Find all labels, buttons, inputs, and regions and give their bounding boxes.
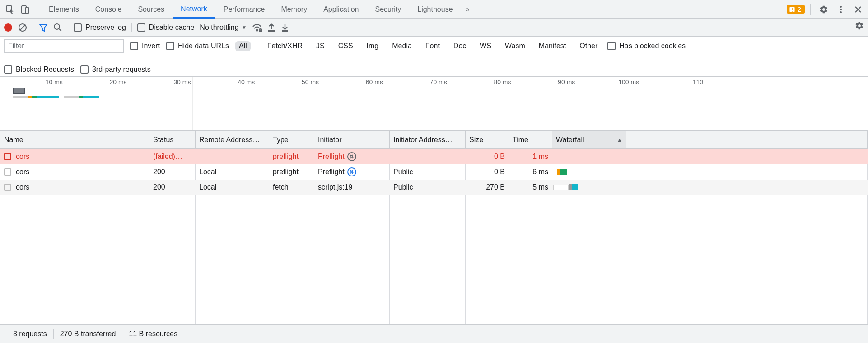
timeline-tick-label: 50 ms	[302, 79, 319, 86]
cell-initiator: Preflight ⇅	[314, 164, 390, 180]
panel-tab-container: ElementsConsoleSourcesNetworkPerformance…	[41, 0, 461, 19]
search-icon[interactable]	[53, 23, 62, 32]
type-filter-ws[interactable]: WS	[476, 41, 495, 51]
cell-name: cors	[0, 149, 149, 164]
clear-button[interactable]	[18, 23, 28, 32]
panel-tab-console[interactable]: Console	[87, 0, 130, 19]
cell-type: fetch	[269, 180, 314, 195]
svg-line-14	[59, 29, 61, 31]
cell-extra	[626, 164, 868, 180]
separator	[810, 4, 811, 15]
throttling-value: No throttling	[200, 23, 238, 32]
settings-icon[interactable]	[816, 2, 831, 17]
file-icon	[4, 184, 11, 191]
issues-badge[interactable]: 2	[787, 5, 805, 14]
column-header-time[interactable]: Time	[509, 131, 552, 148]
column-header-waterfall[interactable]: Waterfall▲	[552, 131, 626, 148]
timeline-tick: 100 ms	[641, 77, 641, 130]
column-header-initiator-address-[interactable]: Initiator Address…	[390, 131, 466, 148]
svg-rect-17	[268, 30, 275, 32]
cell-type: preflight	[269, 164, 314, 180]
type-filter-manifest[interactable]: Manifest	[535, 41, 569, 51]
timeline-tick-label: 90 ms	[558, 79, 575, 86]
kebab-menu-icon[interactable]	[833, 2, 849, 17]
column-header-remote-address-[interactable]: Remote Address…	[196, 131, 269, 148]
panel-tab-network[interactable]: Network	[173, 0, 215, 19]
disable-cache-label: Disable cache	[149, 23, 195, 32]
svg-rect-18	[282, 30, 288, 32]
panel-tab-application[interactable]: Application	[315, 0, 367, 19]
column-header-size[interactable]: Size	[466, 131, 509, 148]
type-filter-font[interactable]: Font	[422, 41, 443, 51]
has-blocked-cookies-label: Has blocked cookies	[619, 42, 686, 50]
preserve-log-checkbox[interactable]: Preserve log	[74, 23, 126, 32]
cell-status: (failed)…	[149, 149, 196, 164]
type-filter-all[interactable]: All	[235, 41, 251, 51]
status-bar: 3 requests 270 B transferred 11 B resour…	[0, 324, 868, 343]
cell-initiator: Preflight ⇅	[314, 149, 390, 164]
panel-tab-security[interactable]: Security	[367, 0, 409, 19]
type-filter-img[interactable]: Img	[363, 41, 383, 51]
svg-line-12	[20, 25, 25, 30]
column-header-name[interactable]: Name	[0, 131, 149, 148]
type-filter-fetch-xhr[interactable]: Fetch/XHR	[264, 41, 306, 51]
type-filter-wasm[interactable]: Wasm	[501, 41, 529, 51]
panel-tab-elements[interactable]: Elements	[41, 0, 87, 19]
table-header: NameStatusRemote Address…TypeInitiatorIn…	[0, 131, 868, 149]
network-conditions-icon[interactable]	[252, 23, 262, 32]
blocked-requests-checkbox[interactable]: Blocked Requests	[4, 65, 74, 74]
throttling-select[interactable]: No throttling ▼	[200, 23, 247, 32]
close-devtools-icon[interactable]	[850, 2, 866, 17]
cell-initiator-address: Public	[390, 180, 466, 195]
column-header-type[interactable]: Type	[269, 131, 314, 148]
panel-tab-lighthouse[interactable]: Lighthouse	[409, 0, 461, 19]
type-filter-other[interactable]: Other	[576, 41, 601, 51]
timeline-selection[interactable]	[13, 88, 25, 94]
devtools-tabstrip: ElementsConsoleSourcesNetworkPerformance…	[0, 0, 868, 19]
cell-initiator: script.js:19	[314, 180, 390, 195]
has-blocked-cookies-checkbox[interactable]: Has blocked cookies	[607, 42, 686, 50]
chevron-down-icon: ▼	[242, 24, 247, 31]
cell-status: 200	[149, 180, 196, 195]
timeline-tick-label: 70 ms	[430, 79, 447, 86]
type-filter-js[interactable]: JS	[313, 41, 328, 51]
table-row[interactable]: cors200LocalpreflightPreflight ⇅Public0 …	[0, 164, 868, 180]
more-tabs-button[interactable]: »	[461, 0, 474, 19]
panel-tab-performance[interactable]: Performance	[215, 0, 273, 19]
table-row[interactable]: cors(failed)…preflightPreflight ⇅0 B1 ms	[0, 149, 868, 164]
timeline-tick-label: 10 ms	[46, 79, 63, 86]
type-filter-doc[interactable]: Doc	[450, 41, 470, 51]
column-header-status[interactable]: Status	[149, 131, 196, 148]
cell-size: 0 B	[466, 149, 509, 164]
disable-cache-checkbox[interactable]: Disable cache	[137, 23, 195, 32]
status-resources: 11 B resources	[122, 330, 184, 338]
table-row[interactable]: cors200Localfetchscript.js:19Public270 B…	[0, 180, 868, 195]
cell-remote-address: Local	[196, 180, 269, 195]
cell-time: 1 ms	[509, 149, 552, 164]
type-filter-media[interactable]: Media	[388, 41, 415, 51]
invert-checkbox[interactable]: Invert	[130, 42, 160, 50]
cell-size: 270 B	[466, 180, 509, 195]
column-header-extra[interactable]	[626, 131, 868, 148]
panel-tab-memory[interactable]: Memory	[273, 0, 315, 19]
separator	[68, 23, 68, 32]
inspect-element-icon[interactable]	[2, 2, 18, 17]
filter-toggle-icon[interactable]	[39, 23, 48, 32]
column-header-initiator[interactable]: Initiator	[314, 131, 390, 148]
type-filter-css[interactable]: CSS	[335, 41, 357, 51]
preserve-log-label: Preserve log	[85, 23, 126, 32]
timeline-tick-label: 60 ms	[366, 79, 383, 86]
record-button[interactable]	[4, 23, 12, 32]
separator	[33, 23, 33, 32]
hide-data-urls-checkbox[interactable]: Hide data URLs	[166, 42, 229, 50]
import-har-icon[interactable]	[267, 23, 275, 32]
network-settings-icon[interactable]	[855, 21, 864, 30]
filter-input[interactable]	[4, 39, 124, 53]
svg-rect-5	[792, 11, 793, 12]
export-har-icon[interactable]	[281, 23, 289, 32]
timeline-overview[interactable]: 10 ms20 ms30 ms40 ms50 ms60 ms70 ms80 ms…	[0, 77, 868, 131]
third-party-checkbox[interactable]: 3rd-party requests	[80, 65, 151, 74]
device-toolbar-icon[interactable]	[18, 2, 33, 17]
panel-tab-sources[interactable]: Sources	[130, 0, 173, 19]
svg-point-13	[54, 24, 60, 29]
